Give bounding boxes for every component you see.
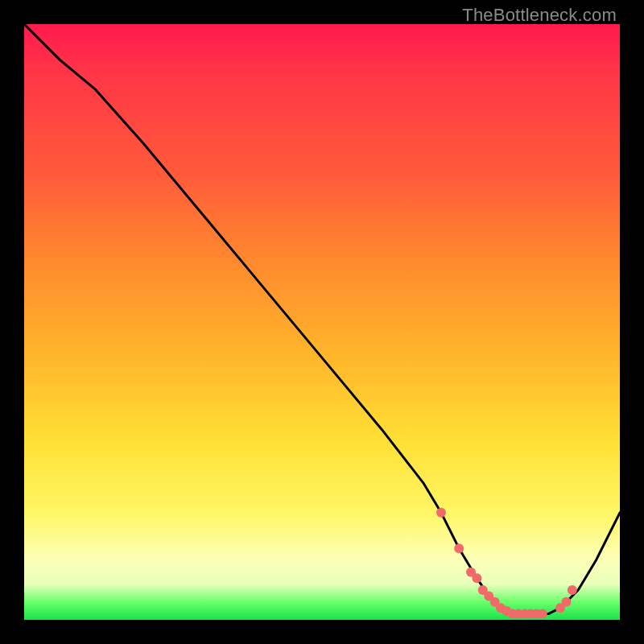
marker-point xyxy=(538,609,547,619)
marker-point xyxy=(472,573,481,583)
marker-point xyxy=(561,597,571,607)
marker-point xyxy=(454,543,464,553)
watermark-text: TheBottleneck.com xyxy=(462,5,617,26)
marker-point xyxy=(436,508,446,518)
curve-svg xyxy=(24,24,620,620)
marker-point xyxy=(568,585,577,595)
chart-frame: TheBottleneck.com xyxy=(0,0,644,644)
plot-area xyxy=(24,24,620,620)
marker-group xyxy=(436,508,577,619)
bottleneck-curve xyxy=(24,24,620,614)
